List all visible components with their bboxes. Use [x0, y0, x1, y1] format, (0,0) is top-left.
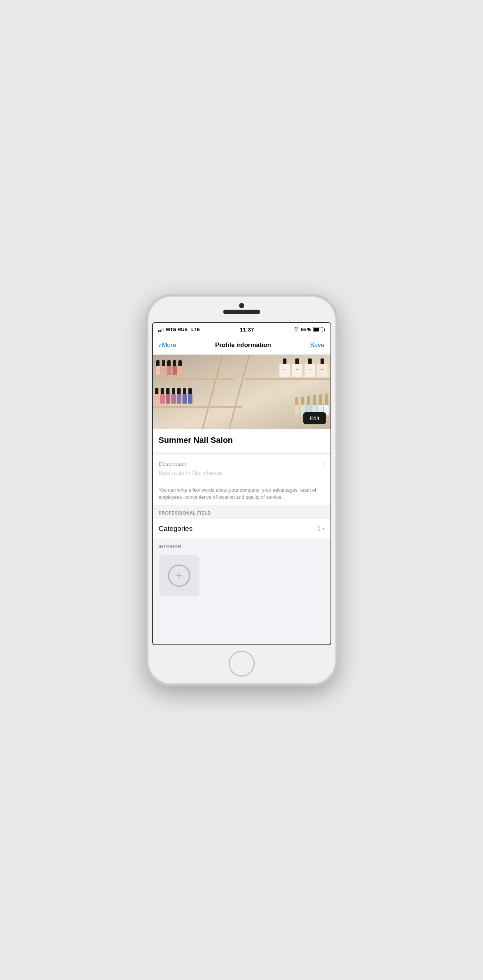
bottle: [182, 388, 187, 404]
shelf-line-top: [153, 378, 234, 380]
status-bar: MTS RUS LTE 11:37 ⏰ 56 %: [153, 323, 330, 336]
categories-row[interactable]: Categories 1 ›: [153, 519, 330, 539]
description-chevron-icon: ›: [322, 460, 325, 468]
signal-bar-4: [163, 328, 164, 332]
description-row[interactable]: Description ›: [153, 455, 330, 469]
categories-value: 1 ›: [317, 525, 324, 532]
professional-field-header: PROFESSIONAL FIELD: [153, 505, 330, 519]
bottle: [301, 396, 305, 415]
battery-percent: 56 %: [301, 327, 311, 332]
categories-count: 1: [317, 525, 320, 532]
shelf-line-bottom: [153, 406, 242, 408]
plus-icon: +: [176, 570, 182, 581]
add-photo-button[interactable]: +: [159, 555, 199, 596]
description-section: Description › Best nails in Manchester Y…: [153, 455, 330, 505]
back-label: More: [162, 342, 176, 349]
status-time: 11:37: [240, 326, 254, 332]
description-label: Description: [159, 461, 187, 467]
battery-fill: [314, 328, 318, 331]
phone-screen: MTS RUS LTE 11:37 ⏰ 56 % ‹ More: [152, 322, 331, 645]
shelf-line-right: [245, 378, 330, 380]
signal-bars: [158, 328, 164, 332]
bottle: [188, 388, 193, 404]
cover-image: ^^ ^^ ^^ ^^: [153, 355, 330, 429]
divider-1: [153, 452, 330, 455]
bottles-top-left: [156, 360, 182, 375]
speaker: [223, 310, 260, 314]
face-bottle: ^^: [279, 358, 290, 377]
content-area: Summer Nail Salon Description › Best nai…: [153, 429, 330, 596]
salon-name-section: Summer Nail Salon: [153, 429, 330, 452]
bottle: [156, 360, 160, 375]
bottles-bottom-right: [295, 394, 329, 415]
home-button[interactable]: [229, 651, 255, 677]
interior-header: INTERIOR: [153, 539, 330, 552]
network-label: LTE: [191, 327, 200, 332]
status-left: MTS RUS LTE: [158, 327, 200, 332]
edit-button[interactable]: Edit: [303, 412, 326, 424]
bottle: [178, 360, 182, 375]
interior-section: INTERIOR +: [153, 539, 330, 596]
alarm-icon: ⏰: [294, 327, 299, 332]
back-button[interactable]: ‹ More: [159, 342, 176, 349]
signal-bar-1: [158, 330, 159, 332]
status-right: ⏰ 56 %: [294, 327, 325, 332]
bottle: [177, 388, 181, 404]
phone-frame: MTS RUS LTE 11:37 ⏰ 56 % ‹ More: [145, 294, 338, 686]
front-camera: [239, 303, 244, 308]
bottle: [172, 360, 177, 375]
salon-name: Summer Nail Salon: [153, 429, 330, 452]
face-bottle: ^^: [304, 358, 315, 377]
nav-bar: ‹ More Profile information Save: [153, 336, 330, 355]
bottles-top-right: ^^ ^^ ^^ ^^: [279, 358, 328, 377]
categories-chevron-icon: ›: [322, 525, 325, 532]
signal-bar-3: [161, 329, 162, 332]
categories-label: Categories: [159, 525, 193, 533]
add-icon-circle: +: [168, 565, 190, 587]
bottle: [324, 394, 329, 415]
description-placeholder: Best nails in Manchester: [153, 469, 330, 482]
save-button[interactable]: Save: [310, 342, 325, 349]
carrier-label: MTS RUS: [166, 327, 188, 332]
bottle: [161, 360, 166, 375]
bottle: [166, 388, 170, 404]
bottle: [171, 388, 176, 404]
face-bottle: ^^: [317, 358, 328, 377]
face-bottle: ^^: [292, 358, 302, 377]
bottle: [167, 360, 171, 375]
bottles-bottom-left: [155, 388, 193, 404]
battery-tip: [324, 329, 325, 331]
bottle: [155, 388, 159, 404]
bottle: [160, 388, 165, 404]
bottle: [295, 397, 299, 415]
description-hint: You can write a few words about your com…: [153, 482, 330, 505]
nav-title: Profile information: [215, 342, 271, 349]
back-chevron-icon: ‹: [159, 342, 161, 349]
signal-bar-2: [159, 329, 161, 332]
battery-body: [313, 327, 323, 332]
battery-icon: [313, 327, 325, 332]
